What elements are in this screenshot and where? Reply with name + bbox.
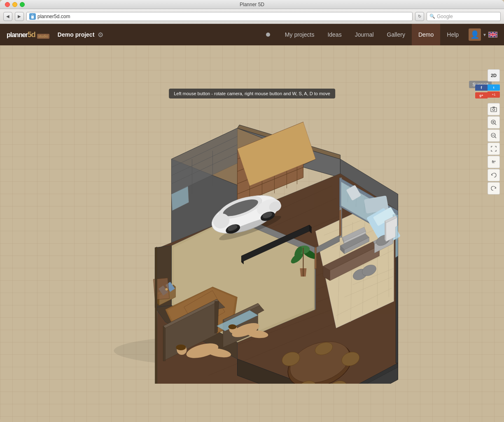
social-panel: f t g+ +1 bbox=[475, 84, 500, 98]
browser-frame: Planner 5D ◀ ▶ planner5d.com ↻ 🔍 Google … bbox=[0, 0, 504, 422]
minimize-button[interactable] bbox=[12, 2, 17, 7]
svg-marker-158 bbox=[339, 210, 341, 236]
forward-button[interactable]: ▶ bbox=[15, 12, 24, 21]
fullscreen-button[interactable] bbox=[488, 143, 500, 155]
nav-ideas[interactable]: Ideas bbox=[321, 24, 348, 45]
reload-button[interactable]: ↻ bbox=[415, 12, 424, 21]
app-container: planner5d studio Demo project ⚙ My proje… bbox=[0, 24, 504, 422]
browser-title: Planner 5D bbox=[240, 2, 264, 7]
right-toolbar: ft² bbox=[488, 103, 500, 195]
user-dropdown-arrow[interactable]: ▼ bbox=[483, 33, 487, 37]
facebook-button[interactable]: f bbox=[475, 84, 488, 91]
nav-user-area: 👤 ▼ bbox=[469, 28, 497, 41]
redo-button[interactable] bbox=[488, 182, 500, 195]
nav-my-projects[interactable]: My projects bbox=[278, 24, 321, 45]
googleplus-button[interactable]: g+ bbox=[475, 92, 488, 98]
zoom-out-button[interactable] bbox=[488, 129, 500, 142]
nav-separator-dot bbox=[266, 33, 270, 37]
user-avatar[interactable]: 👤 bbox=[469, 28, 481, 41]
logo-planner: planner bbox=[7, 31, 28, 38]
settings-icon[interactable]: ⚙ bbox=[98, 31, 103, 39]
svg-marker-159 bbox=[395, 225, 398, 258]
language-flag[interactable] bbox=[488, 32, 497, 38]
close-button[interactable] bbox=[5, 2, 10, 7]
browser-titlebar: Planner 5D bbox=[0, 0, 504, 9]
svg-marker-103 bbox=[163, 326, 165, 361]
window-controls bbox=[5, 2, 25, 7]
twitter-button[interactable]: t bbox=[488, 84, 500, 91]
tooltip-text: Left mouse button - rotate camera, right… bbox=[174, 91, 330, 96]
back-button[interactable]: ◀ bbox=[3, 12, 12, 21]
view-2d-icon[interactable]: 2D bbox=[488, 69, 500, 82]
camera-tooltip: Left mouse button - rotate camera, right… bbox=[169, 89, 335, 98]
svg-point-115 bbox=[228, 324, 236, 329]
svg-rect-12 bbox=[492, 107, 495, 108]
svg-point-111 bbox=[176, 345, 186, 350]
nav-demo[interactable]: Demo bbox=[412, 24, 440, 45]
social-google: g+ +1 bbox=[475, 91, 500, 98]
logo-5d: 5d bbox=[28, 30, 35, 39]
address-text: planner5d.com bbox=[37, 14, 70, 19]
logo-text: planner5d bbox=[7, 30, 35, 39]
floorplan-3d bbox=[85, 95, 406, 384]
secure-icon bbox=[29, 13, 36, 20]
svg-marker-169 bbox=[155, 247, 157, 384]
social-twitter-facebook: f t bbox=[475, 84, 500, 91]
nav-help[interactable]: Help bbox=[440, 24, 465, 45]
googleplusshare-button[interactable]: +1 bbox=[488, 91, 500, 98]
logo-badge: studio bbox=[37, 34, 49, 39]
address-bar[interactable]: planner5d.com bbox=[26, 12, 413, 21]
svg-marker-139 bbox=[385, 221, 386, 241]
svg-rect-0 bbox=[31, 16, 34, 19]
undo-button[interactable] bbox=[488, 169, 500, 181]
view-2d-button[interactable]: 2D bbox=[488, 69, 500, 82]
svg-point-156 bbox=[165, 288, 168, 291]
search-bar[interactable]: 🔍 Google bbox=[427, 12, 501, 21]
search-icon: 🔍 bbox=[429, 14, 435, 19]
nav-journal[interactable]: Journal bbox=[348, 24, 380, 45]
nav-gallery[interactable]: Gallery bbox=[380, 24, 412, 45]
svg-rect-9 bbox=[489, 34, 497, 35]
svg-marker-157 bbox=[315, 247, 316, 269]
canvas-area[interactable]: Left mouse button - rotate camera, right… bbox=[0, 45, 504, 422]
zoom-in-button[interactable] bbox=[488, 116, 500, 129]
browser-toolbar: ◀ ▶ planner5d.com ↻ 🔍 Google bbox=[0, 9, 504, 24]
nav-links: My projects Ideas Journal Gallery Demo H… bbox=[278, 24, 465, 45]
project-name: Demo project bbox=[58, 31, 94, 38]
screenshot-button[interactable] bbox=[488, 103, 500, 115]
svg-rect-10 bbox=[491, 108, 497, 112]
navbar: planner5d studio Demo project ⚙ My proje… bbox=[0, 24, 504, 45]
maximize-button[interactable] bbox=[20, 2, 25, 7]
svg-line-14 bbox=[495, 124, 497, 125]
svg-line-18 bbox=[495, 137, 497, 138]
search-placeholder: Google bbox=[437, 14, 453, 19]
svg-point-11 bbox=[493, 109, 495, 111]
units-button[interactable]: ft² bbox=[488, 156, 500, 168]
logo[interactable]: planner5d studio bbox=[7, 30, 49, 39]
